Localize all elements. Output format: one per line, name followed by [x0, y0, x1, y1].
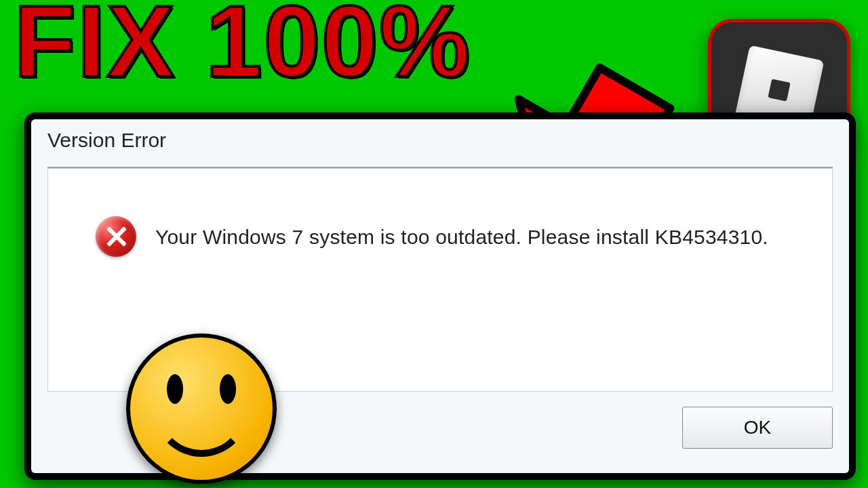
error-message: Your Windows 7 system is too outdated. P…: [155, 226, 768, 249]
headline-text: FIX 100%: [14, 0, 471, 92]
smiley-face-icon: [126, 333, 277, 484]
dialog-title: Version Error: [47, 129, 833, 166]
error-cross-icon: [96, 216, 136, 257]
ok-button[interactable]: OK: [682, 407, 833, 449]
thumbnail-stage: FIX 100% Version Error Your Windows 7 sy…: [0, 0, 868, 488]
